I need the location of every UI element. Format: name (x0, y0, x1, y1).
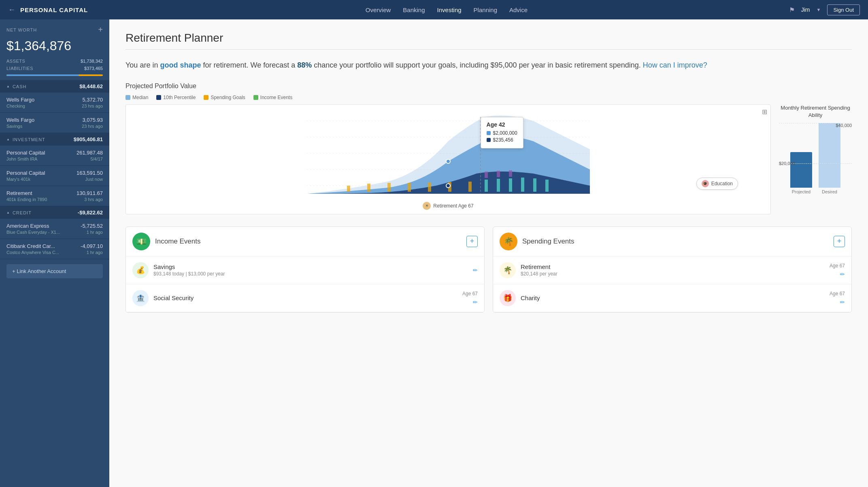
income-events-icon: 💵 (132, 233, 150, 250)
retirement-icon: ☀ (423, 202, 431, 210)
income-events-title: 💵 Income Events (132, 233, 200, 250)
charity-right: Age 67 ✏ (830, 291, 845, 305)
chart-wrapper: ⊞ (126, 104, 852, 214)
retirement-spending-age: Age 67 (830, 263, 845, 269)
nav-overview[interactable]: Overview (366, 6, 391, 13)
user-menu[interactable]: Jim (801, 6, 810, 13)
projected-bar-group: Projected (790, 123, 812, 194)
back-icon[interactable]: ← (8, 6, 15, 14)
link-account-button[interactable]: + Link Another Account (6, 264, 103, 278)
account-sub: Savings (6, 124, 34, 129)
svg-rect-14 (497, 179, 500, 192)
sidebar: NET WORTH + $1,364,876 ASSETS $1,738,342… (0, 19, 109, 487)
charity-info: Charity (521, 294, 825, 301)
list-item[interactable]: Personal Capital Mary's 401k 163,591.50 … (0, 166, 109, 186)
svg-rect-15 (509, 178, 512, 192)
list-item[interactable]: Retirement 401k Ending in 7890 130,911.6… (0, 186, 109, 206)
education-event-label[interactable]: 🎓 Education (696, 178, 738, 190)
account-sub: John Smith IRA (6, 157, 45, 161)
account-left: American Express Blue Cash Everyday - X1… (6, 223, 60, 235)
top-navigation: ← PERSONAL CAPITAL Overview Banking Inve… (0, 0, 868, 19)
svg-rect-7 (367, 184, 370, 192)
savings-name: Savings (153, 263, 468, 270)
list-item[interactable]: Citibank Credit Car... Costco Anywhere V… (0, 239, 109, 259)
nav-advice[interactable]: Advice (509, 6, 528, 13)
charity-edit-icon[interactable]: ✏ (840, 299, 845, 305)
account-name: Retirement (6, 190, 47, 196)
tooltip-value-1: $2,000,000 (493, 130, 517, 136)
list-item[interactable]: 🌴 Retirement $20,148 per year Age 67 ✏ (493, 256, 851, 284)
svg-rect-13 (485, 180, 488, 192)
account-time: 3 hrs ago (77, 197, 103, 202)
spending-events-icon: 🌴 (500, 233, 517, 250)
svg-rect-21 (509, 170, 512, 177)
add-income-event-button[interactable]: + (466, 236, 478, 247)
list-item[interactable]: 🏦 Social Security Age 67 ✏ (126, 284, 484, 312)
retirement-spending-detail: $20,148 per year (521, 271, 825, 277)
add-spending-event-button[interactable]: + (834, 236, 845, 247)
retirement-spending-edit-icon[interactable]: ✏ (840, 271, 845, 277)
social-security-age: Age 67 (462, 291, 478, 296)
cash-section-header[interactable]: ▲ CASH $8,448.62 (0, 80, 109, 93)
forecast-text: You are in good shape for retirement. We… (126, 59, 852, 71)
nav-banking[interactable]: Banking (403, 6, 425, 13)
savings-edit-icon[interactable]: ✏ (473, 267, 478, 273)
nav-investing[interactable]: Investing (437, 6, 462, 13)
net-worth-value: $1,364,876 (0, 38, 109, 57)
page-title: Retirement Planner (126, 32, 852, 44)
list-item[interactable]: Personal Capital John Smith IRA 261,987.… (0, 146, 109, 166)
add-account-icon[interactable]: + (98, 25, 103, 34)
forecast-end: chance your portfolio will support your … (314, 61, 642, 69)
savings-icon: 💰 (132, 262, 149, 278)
account-time: 1 hr ago (81, 250, 103, 255)
account-left: Citibank Credit Car... Costco Anywhere V… (6, 243, 59, 255)
credit-section-header[interactable]: ▲ CREDIT -$9,822.62 (0, 206, 109, 219)
account-left: Personal Capital Mary's 401k (6, 170, 45, 182)
list-item[interactable]: Wells Fargo Savings 3,075.93 23 hrs ago (0, 113, 109, 133)
brand-logo: PERSONAL CAPITAL (20, 6, 88, 13)
monthly-chart-title: Monthly Retirement Spending Ability (779, 104, 852, 119)
retirement-age-label: ☀ Retirement Age 67 (130, 202, 766, 210)
chart-title: Projected Portfolio Value (126, 83, 852, 90)
account-right: 261,987.48 5/4/17 (77, 150, 103, 161)
savings-info: Savings $93,148 today | $13,000 per year (153, 263, 468, 277)
nav-planning[interactable]: Planning (474, 6, 497, 13)
desired-bar (819, 123, 840, 188)
investment-section-header[interactable]: ▲ INVESTMENT $905,406.81 (0, 133, 109, 146)
list-item[interactable]: Wells Fargo Checking 5,372.70 23 hrs ago (0, 93, 109, 113)
tooltip-row-2: $235,456 (487, 137, 517, 143)
chart-legend: Median 10th Percentile Spending Goals In… (126, 95, 852, 100)
improve-link[interactable]: How can I improve? (643, 61, 707, 69)
retirement-spending-info: Retirement $20,148 per year (521, 263, 825, 277)
account-time: 5/4/17 (77, 157, 103, 161)
social-security-info: Social Security (153, 294, 457, 301)
chart-export-icon[interactable]: ⊞ (762, 108, 767, 116)
projected-portfolio-chart (130, 109, 766, 198)
chart-tooltip: Age 42 $2,000,000 $235,456 (481, 117, 523, 148)
list-item[interactable]: American Express Blue Cash Everyday - X1… (0, 219, 109, 239)
list-item[interactable]: 💰 Savings $93,148 today | $13,000 per ye… (126, 256, 484, 284)
account-time: 23 hrs ago (82, 124, 103, 129)
forecast-good-shape: good shape (160, 61, 201, 69)
bar-fill (6, 74, 79, 76)
account-left: Wells Fargo Checking (6, 97, 34, 108)
assets-label: ASSETS (6, 59, 25, 64)
cash-triangle: ▲ (6, 85, 10, 88)
social-security-edit-icon[interactable]: ✏ (473, 299, 478, 305)
signout-button[interactable]: Sign Out (827, 4, 860, 15)
account-name: Personal Capital (6, 150, 45, 156)
user-dropdown-icon[interactable]: ▼ (817, 7, 821, 12)
main-layout: NET WORTH + $1,364,876 ASSETS $1,738,342… (0, 19, 868, 487)
list-item[interactable]: 🎁 Charity Age 67 ✏ (493, 284, 851, 312)
account-name: Wells Fargo (6, 117, 34, 123)
svg-rect-16 (521, 178, 524, 192)
svg-rect-12 (468, 182, 472, 192)
svg-rect-18 (545, 180, 549, 192)
flag-icon[interactable]: ⚑ (789, 6, 795, 14)
legend-income: Income Events (253, 95, 292, 100)
cash-label: ▲ CASH (6, 84, 26, 89)
desired-bar-group: Desired (819, 123, 840, 194)
account-value: 130,911.67 (77, 190, 103, 196)
account-name: American Express (6, 223, 60, 229)
social-security-right: Age 67 ✏ (462, 291, 478, 305)
